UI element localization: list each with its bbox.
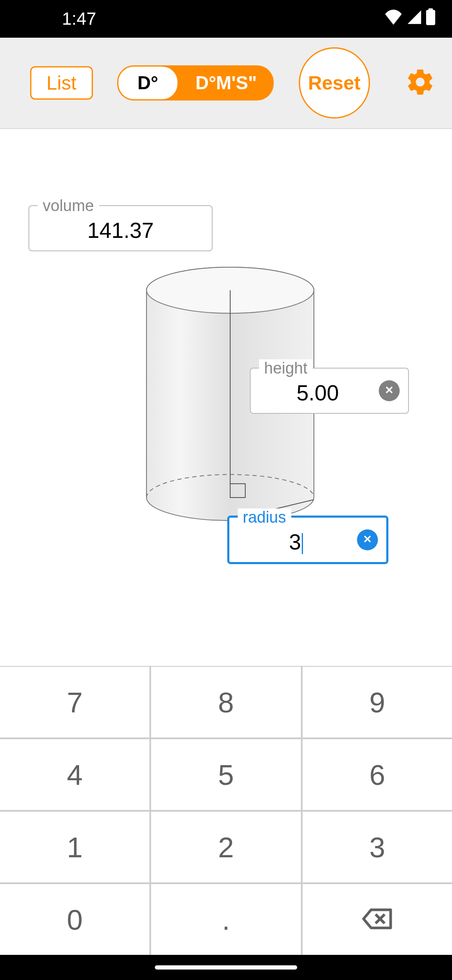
height-value: 5.00 (265, 380, 370, 405)
text-caret (302, 533, 303, 554)
volume-field[interactable]: volume 141.37 (28, 205, 213, 251)
clear-radius-button[interactable] (357, 529, 378, 550)
settings-button[interactable] (405, 67, 435, 99)
radius-value: 3 (244, 529, 349, 554)
key-decimal[interactable]: . (151, 884, 300, 955)
key-7[interactable]: 7 (0, 667, 149, 738)
cell-signal-icon (407, 9, 422, 29)
keypad: 7 8 9 4 5 6 1 2 3 0 . (0, 666, 452, 955)
close-icon (362, 533, 373, 547)
close-icon (383, 384, 395, 397)
key-9[interactable]: 9 (303, 667, 452, 738)
gear-icon (405, 91, 435, 98)
key-8[interactable]: 8 (151, 667, 300, 738)
radius-field[interactable]: radius 3 (227, 516, 388, 564)
svg-rect-1 (429, 8, 433, 10)
status-bar: 1:47 (0, 0, 452, 38)
key-6[interactable]: 6 (303, 739, 452, 810)
battery-icon (426, 8, 435, 29)
clear-height-button[interactable] (379, 380, 400, 401)
volume-value: 141.37 (44, 218, 198, 243)
status-icons (384, 8, 435, 29)
key-0[interactable]: 0 (0, 884, 149, 955)
key-2[interactable]: 2 (151, 812, 300, 882)
dms-mode-option[interactable]: D°M'S" (179, 65, 274, 101)
wifi-icon (384, 9, 403, 29)
key-3[interactable]: 3 (303, 812, 452, 882)
angle-mode-toggle[interactable]: D° D°M'S" (118, 65, 274, 101)
key-5[interactable]: 5 (151, 739, 300, 810)
svg-rect-0 (426, 10, 435, 25)
key-backspace[interactable] (303, 884, 452, 955)
reset-button[interactable]: Reset (299, 47, 370, 119)
height-field[interactable]: height 5.00 (250, 368, 409, 414)
home-indicator[interactable] (155, 965, 297, 970)
nav-bar (0, 955, 452, 980)
diagram-canvas: volume 141.37 height 5.00 radius 3 (0, 129, 452, 666)
height-label: height (259, 359, 313, 377)
status-time: 1:47 (62, 9, 96, 29)
volume-label: volume (38, 197, 99, 215)
degree-mode-option[interactable]: D° (117, 65, 179, 101)
key-4[interactable]: 4 (0, 739, 149, 810)
list-button[interactable]: List (30, 66, 93, 100)
app-content: List D° D°M'S" Reset (0, 38, 452, 955)
key-1[interactable]: 1 (0, 812, 149, 882)
backspace-icon (362, 903, 392, 936)
toolbar: List D° D°M'S" Reset (0, 38, 452, 129)
radius-label: radius (238, 508, 291, 526)
screen: 1:47 List D° D°M'S" Reset (0, 0, 452, 980)
